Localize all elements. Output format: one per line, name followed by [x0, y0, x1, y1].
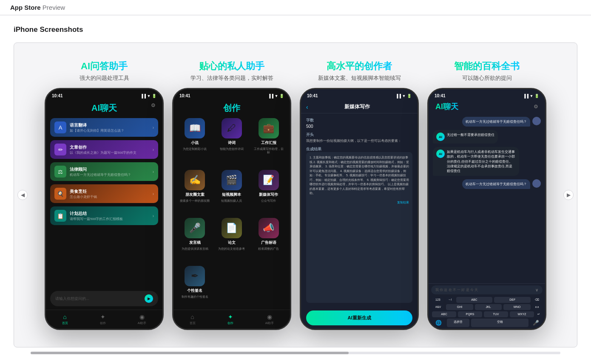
key-jkl[interactable]: JKL: [475, 304, 502, 310]
grid-item-paper[interactable]: 📄 论文 为您的论文创造参考: [216, 218, 248, 262]
key-caret[interactable]: ∧∧: [532, 304, 542, 310]
grid-desc-novel: 为您定制精彩小说: [183, 147, 207, 151]
key-hash[interactable]: #&V: [432, 304, 444, 310]
phone1-gear-icon: ⚙: [151, 102, 156, 108]
key-123[interactable]: 123: [432, 297, 444, 303]
key-abc-1[interactable]: ABC: [456, 297, 493, 303]
phone1-input-area[interactable]: 请输入你想提问的... ▶: [50, 291, 158, 306]
user-avatar-2: [532, 179, 541, 188]
nav-item-ai[interactable]: ◉ AI助手: [138, 313, 147, 325]
keyboard-chevron-icon: ∨: [535, 288, 538, 292]
nav-item-create[interactable]: ✦ 创作: [100, 313, 106, 325]
copy-label[interactable]: 复制结果: [397, 201, 409, 204]
phone4-input-row[interactable]: 我 你 这 在 不 一 好 是 今 天 ∨: [431, 285, 543, 294]
grid-icon-wechat: ✍: [185, 170, 205, 190]
grid-icon-speech: 🎤: [185, 218, 205, 238]
key-mno[interactable]: MNO: [503, 304, 531, 310]
grid-item-ad[interactable]: 📣 广告标语 校准调整的广告: [252, 218, 285, 262]
chat-reply-2: AI 如果是机动车与行人或者非机动车发生交通事故的，机动车一方即使无责任也要承担…: [433, 147, 519, 176]
main-content: iPhone Screenshots ◀ AI问答助手 强大的问题处理工具 10…: [0, 15, 591, 364]
phone2-nav-ai-label: AI助手: [265, 321, 274, 325]
caption-sub-4: 可以随心所欲的提问: [462, 74, 512, 82]
grid-desc-paper: 为您的论文创造参考: [218, 247, 245, 251]
key-tuv[interactable]: TUV: [484, 311, 508, 317]
scrollbar-track[interactable]: [31, 352, 560, 354]
word-count-value: 500: [306, 124, 412, 129]
key-mic[interactable]: 🎤: [530, 319, 542, 327]
list-item[interactable]: 📋 计划总结 请帮我写一篇500字的工作汇报模板 ›: [50, 206, 158, 225]
grid-item-poetry[interactable]: 🖊 诗词 智能为您创作诗词: [216, 118, 248, 166]
item-icon-2: ✏: [54, 144, 66, 155]
caption-title-4: 智能的百科全书: [454, 60, 520, 73]
phone2-nav-ai[interactable]: ◉ AI助手: [265, 313, 274, 325]
back-icon[interactable]: ‹: [306, 104, 308, 110]
scroll-right-arrow[interactable]: ▶: [563, 190, 574, 200]
key-def[interactable]: DEF: [494, 297, 531, 303]
phone3-content: 字数 500 开头 我想要制作一份短视频拍摄大纲，以下是一些可以考虑的要素： 生…: [301, 113, 418, 307]
grid-item-report[interactable]: 💼 工作汇报 工作成果写作助理，目标: [252, 118, 285, 166]
nav-label-ai: AI助手: [138, 321, 147, 325]
chat-question-2: 机动车一方无过错就等于无赔偿责任吗？: [433, 179, 541, 189]
item-desc-5: 请帮我写一篇500字的工作汇报模板: [70, 217, 123, 221]
key-emoji[interactable]: 🌐: [432, 319, 445, 327]
grid-item-speech[interactable]: 🎤 发言稿 为您提供演讲发言稿: [179, 218, 211, 262]
key-space[interactable]: 空格: [471, 319, 528, 327]
list-item[interactable]: A 语言翻译 如【请开心见到你】用英语怎么说？ ›: [50, 118, 158, 137]
key-ghi[interactable]: GHI: [446, 304, 473, 310]
scroll-left-arrow[interactable]: ◀: [17, 190, 28, 200]
phone1-bottom-nav: ⌂ 首页 ✦ 创作 ◉ AI助手: [46, 310, 162, 329]
phone2-app-title: 创作: [180, 102, 283, 114]
key-delete[interactable]: ⌫: [532, 297, 542, 303]
grid-item-media[interactable]: 📝 新媒体写作 公众号写作: [252, 170, 285, 214]
caption-title-2: 贴心的私人助手: [199, 60, 264, 73]
phone3-header: ‹ 新媒体写作: [301, 101, 418, 113]
ai-avatar-1: AI: [436, 133, 445, 141]
phone1-send-button[interactable]: ▶: [145, 294, 153, 303]
phone2-nav-create[interactable]: ✦ 创作: [227, 313, 233, 325]
header-title-bold: App Store: [10, 4, 41, 11]
list-item[interactable]: ✏ 文章创作 以《我的成长之旅》为题写一篇500字的作文 ›: [50, 140, 158, 159]
grid-desc-poetry: 智能为您创作诗词: [220, 147, 244, 151]
phone3-status-bar: 10:41 ▐▐ ▼ 🔋: [301, 89, 418, 101]
key-wxyz[interactable]: WXYZ: [510, 311, 534, 317]
list-item[interactable]: ⚖ 法律顾问 机动车一方无过错就等于无赔偿责任吗？ ›: [50, 162, 158, 181]
key-voice[interactable]: 选拼音: [447, 319, 469, 327]
phone4-keyboard: 我 你 这 在 不 一 好 是 今 天 ∨ 123 →! ABC DEF ⌫ #…: [429, 283, 545, 329]
phone4-gear-icon: ⚙: [534, 104, 538, 110]
phone2-nav-home[interactable]: ⌂ 首页: [190, 313, 196, 325]
nav-label-home: 首页: [62, 321, 68, 325]
grid-item-video[interactable]: 🎬 短视频脚本 短视频拍摄人员: [216, 170, 248, 214]
result-area: 1. 主题和故事线：确定您的视频要传达的信息或情感以及您想要讲述的故事线 2. …: [306, 152, 412, 303]
scrollbar-thumb: [31, 352, 349, 354]
phone3-icons: ▐▐ ▼ 🔋: [395, 94, 412, 98]
screenshot-card-1: AI问答助手 强大的问题处理工具 10:41 ▐▐ ▼ 🔋 AI聊天 ⚙: [45, 60, 164, 330]
phone-mockup-2: 10:41 ▐▐ ▼ 🔋 创作 📖 小说 为您定制精彩小说 🖊: [172, 88, 291, 330]
item-icon-1: A: [54, 121, 66, 133]
key-punctuation[interactable]: →!: [446, 297, 455, 303]
phone4-time: 10:41: [435, 93, 446, 98]
item-icon-4: 🍳: [54, 188, 66, 200]
caption-title-3: 高水平的创作者: [327, 60, 392, 73]
regen-button[interactable]: AI重新生成: [306, 310, 412, 325]
key-return[interactable]: ↵: [536, 311, 542, 317]
grid-name-poetry: 诗词: [228, 140, 236, 146]
key-pqrs[interactable]: PQRS: [458, 311, 482, 317]
phone1-items-list: A 语言翻译 如【请开心见到你】用英语怎么说？ › ✏: [46, 118, 162, 288]
phone2-icons: ▐▐ ▼ 🔋: [268, 94, 284, 98]
grid-desc-media: 公众号写作: [261, 199, 276, 203]
caption-sub-1: 强大的问题处理工具: [80, 74, 129, 82]
chat-question-1: 机动车一方无过错就等于无赔偿责任吗？: [433, 117, 541, 127]
grid-item-novel[interactable]: 📖 小说 为您定制精彩小说: [179, 118, 211, 166]
phone1-status-bar: 10:41 ▐▐ ▼ 🔋: [46, 89, 162, 101]
screenshot-card-2: 贴心的私人助手 学习、法律等各类问题，实时解答 10:41 ▐▐ ▼ 🔋 创作 …: [172, 60, 291, 330]
grid-item-wechat[interactable]: ✍ 朋友圈文案 搜索多个一样的朋友圈: [179, 170, 211, 214]
nav-item-home[interactable]: ⌂ 首页: [62, 313, 68, 325]
grid-item-signature[interactable]: ✒ 个性签名 制作有趣的个性签名: [179, 266, 211, 310]
list-item[interactable]: 🍳 美食烹饪 怎么做小龙虾干锅 ›: [50, 184, 158, 203]
phone-mockup-3: 10:41 ▐▐ ▼ 🔋 ‹ 新媒体写作 字数 500: [300, 88, 419, 330]
phone2-nav-create-label: 创作: [227, 321, 233, 325]
grid-desc-signature: 制作有趣的个性签名: [182, 295, 208, 299]
key-abc-2[interactable]: ABC: [432, 311, 456, 317]
phone2-nav-home-label: 首页: [190, 321, 196, 325]
result-text: 1. 主题和故事线：确定您的视频要传达的信息或情感以及您想要讲述的故事线 2. …: [310, 155, 409, 196]
